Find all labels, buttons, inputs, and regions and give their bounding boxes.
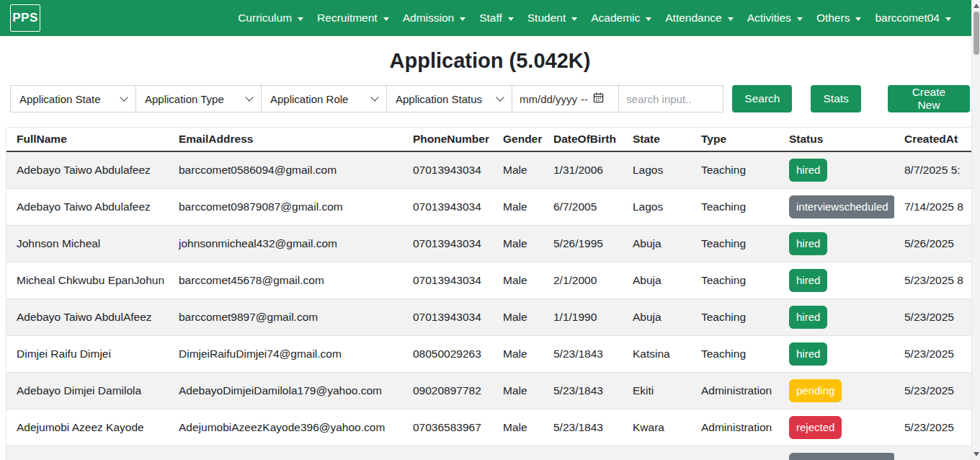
cell-type: Teaching xyxy=(691,188,779,225)
cell-dob: 1/31/2006 xyxy=(543,151,623,188)
table-row[interactable]: Adebayo Taiwo AbdulAfeezbarccomet9897@gm… xyxy=(6,298,980,335)
chevron-down-icon xyxy=(728,17,734,21)
table-row[interactable]: Dimjei Raifu DimjeiDimjeiRaifuDimjei74@g… xyxy=(6,335,980,372)
cell-fullname: Dimjei Raifu Dimjei xyxy=(6,335,169,372)
cell-dob: 2/1/2000 xyxy=(543,262,623,298)
table-row[interactable]: Adejumobi Azeez KayodeAdejumobiAzeezKayo… xyxy=(6,409,980,446)
cell-email: johnsonmicheal432@gmail.com xyxy=(169,225,403,262)
select-application-state[interactable]: Application State xyxy=(10,85,136,112)
nav-item-staff[interactable]: Staff xyxy=(479,12,514,25)
cell-state: Ekiti xyxy=(623,372,691,409)
cell-created: 5/23/2025 xyxy=(894,298,980,335)
chevron-down-icon xyxy=(460,17,466,21)
cell-state: Kwara xyxy=(623,409,691,446)
cell-status: hired xyxy=(779,298,894,335)
pps-logo[interactable]: PPS xyxy=(10,4,40,32)
scrollbar-thumb[interactable] xyxy=(974,12,979,55)
cell-status: rejected xyxy=(779,409,894,446)
cell-fullname: Adebayo Dimjei Damilola xyxy=(6,372,169,409)
cell-type: Administration xyxy=(691,372,779,409)
calendar-icon[interactable] xyxy=(593,92,604,105)
cell-phone: 07013943034 xyxy=(403,188,493,225)
search-button[interactable]: Search xyxy=(732,85,792,112)
cell-created: 5/23/2025 xyxy=(894,335,980,372)
cell-gender: Male xyxy=(493,409,543,446)
cell-status: interviewscheduled xyxy=(779,188,894,225)
nav-item-academic[interactable]: Academic xyxy=(591,12,651,25)
cell-dob: 5/23/1843 xyxy=(543,335,623,372)
nav-item-admission[interactable]: Admission xyxy=(403,12,466,25)
table-row[interactable]: Mustapha Qis SolaimanMustaphaQisSolaiman… xyxy=(6,446,980,460)
nav-menu: CurriculumRecruitmentAdmissionStaffStude… xyxy=(238,12,970,25)
chevron-down-icon xyxy=(855,17,861,21)
column-header-status: Status xyxy=(779,128,894,151)
cell-dob: 5/23/1843 xyxy=(543,409,623,446)
cell-email: AdebayoDimjeiDamilola179@yahoo.com xyxy=(169,372,403,409)
cell-fullname: Mustapha Qis Solaiman xyxy=(6,446,169,460)
cell-email: MustaphaQisSolaiman350@gmail.com xyxy=(169,446,403,460)
nav-item-others[interactable]: Others xyxy=(816,12,862,25)
vertical-scrollbar[interactable] xyxy=(971,0,980,460)
column-header-fullname: FullName xyxy=(6,128,169,151)
select-application-status[interactable]: Application Status xyxy=(386,85,512,112)
select-application-role[interactable]: Application Role xyxy=(261,85,387,112)
table-row[interactable]: Adebayo Dimjei DamilolaAdebayoDimjeiDami… xyxy=(6,372,980,409)
cell-gender: Male xyxy=(493,188,543,225)
nav-item-barccomet04[interactable]: barccomet04 xyxy=(875,12,951,25)
date-separator: -- xyxy=(581,93,588,105)
status-badge: hired xyxy=(789,342,827,366)
cell-fullname: Adebayo Taiwo AbdulAfeez xyxy=(6,298,169,335)
cell-status: hired xyxy=(779,262,894,298)
cell-type: Teaching xyxy=(691,151,779,188)
date-input[interactable]: mm/dd/yyyy -- xyxy=(512,85,619,112)
cell-state: Abuja xyxy=(623,262,691,298)
search-input[interactable] xyxy=(618,85,723,112)
nav-item-label: Others xyxy=(816,12,850,25)
status-badge: hired xyxy=(789,159,827,182)
cell-gender: Male xyxy=(493,262,543,298)
column-header-gender: Gender xyxy=(493,128,543,151)
table-row[interactable]: Adebayo Taiwo Abdulafeezbarccomet0586094… xyxy=(6,151,980,188)
cell-status: hired xyxy=(779,225,894,262)
chevron-down-icon xyxy=(496,93,504,101)
chevron-down-icon xyxy=(245,93,253,101)
cell-dob: 5/26/1995 xyxy=(543,225,623,262)
table-row[interactable]: Micheal Chkwubu EpanJohunbarccomet45678@… xyxy=(6,262,980,298)
cell-status: interviewscheduled xyxy=(779,446,894,460)
table-row[interactable]: Adebayo Taiwo Abdulafeezbarccomet0987908… xyxy=(6,188,980,225)
nav-item-student[interactable]: Student xyxy=(527,12,577,25)
cell-gender: Male xyxy=(493,372,543,409)
nav-item-attendance[interactable]: Attendance xyxy=(665,12,733,25)
cell-state: Ebonyi xyxy=(623,446,691,460)
nav-item-recruitment[interactable]: Recruitment xyxy=(317,12,389,25)
cell-type: Teaching xyxy=(691,335,779,372)
nav-item-label: Admission xyxy=(403,12,455,25)
scroll-down-button[interactable] xyxy=(972,449,980,459)
nav-item-activities[interactable]: Activities xyxy=(747,12,803,25)
create-new-button[interactable]: Create New xyxy=(888,85,970,112)
application-page: PPS CurriculumRecruitmentAdmissionStaffS… xyxy=(0,0,980,460)
cell-state: Abuja xyxy=(623,298,691,335)
select-application-type[interactable]: Application Type xyxy=(135,85,262,112)
column-header-state: State xyxy=(623,128,691,151)
cell-created: 5/23/2025 xyxy=(894,446,980,460)
column-header-type: Type xyxy=(691,128,779,151)
cell-state: Abuja xyxy=(623,225,691,262)
cell-email: barccomet0586094@gmail.com xyxy=(169,151,403,188)
cell-dob: 1/1/1990 xyxy=(543,298,623,335)
cell-created: 7/14/2025 8 xyxy=(894,188,980,225)
cell-phone: 08050029263 xyxy=(403,335,493,372)
cell-dob: 5/23/1843 xyxy=(543,372,623,409)
cell-fullname: Adebayo Taiwo Abdulafeez xyxy=(6,151,169,188)
chevron-down-icon xyxy=(797,17,803,21)
cell-phone: 09023030950 xyxy=(403,446,493,460)
cell-type: Teaching xyxy=(691,298,779,335)
scroll-up-button[interactable] xyxy=(972,1,980,11)
table-row[interactable]: Johnson Michealjohnsonmicheal432@gmail.c… xyxy=(6,225,980,262)
cell-created: 8/7/2025 5: xyxy=(894,151,980,188)
cell-email: DimjeiRaifuDimjei74@gmail.com xyxy=(169,335,403,372)
stats-button[interactable]: Stats xyxy=(811,85,860,112)
chevron-down-icon xyxy=(298,17,303,21)
nav-item-curriculum[interactable]: Curriculum xyxy=(238,12,303,25)
applications-table-container: FullNameEmailAddressPhoneNumberGenderDat… xyxy=(6,127,980,460)
